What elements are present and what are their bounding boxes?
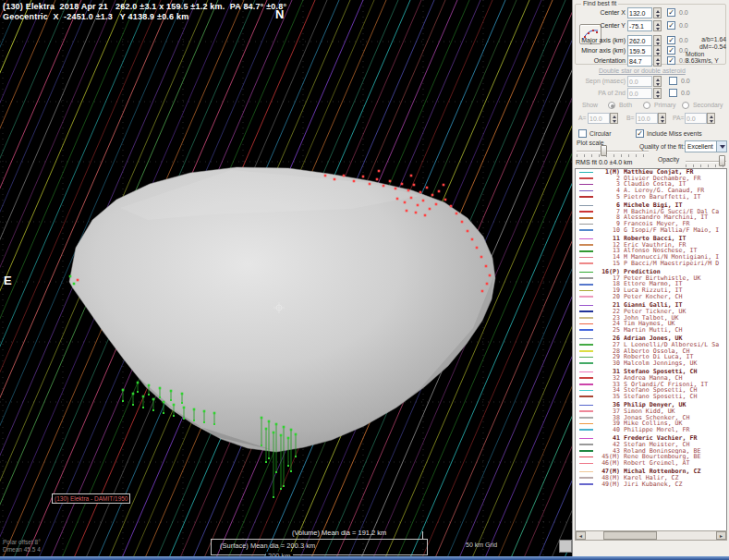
observer-row[interactable]: 17Peter Birtwhistle, UK bbox=[576, 275, 726, 282]
observer-row[interactable]: 16(P)Prediction bbox=[576, 269, 726, 275]
quality-dropdown[interactable]: Excellent bbox=[685, 140, 727, 152]
plot-scale-slider[interactable] bbox=[577, 151, 649, 152]
observer-row[interactable]: 32Andrea Manna, CH bbox=[576, 375, 726, 382]
observer-row[interactable]: 7M Bachini/G Succi/E Dal Ca bbox=[576, 209, 726, 215]
pa2-spinner[interactable] bbox=[653, 88, 662, 99]
observer-row[interactable]: 40Philippe Morel, FR bbox=[576, 427, 726, 433]
observer-row[interactable]: 8Alessandro Marchini, IT bbox=[576, 214, 726, 221]
observer-row[interactable]: 36Philip Denyer, UK bbox=[576, 402, 726, 408]
resize-grip[interactable] bbox=[559, 540, 572, 553]
observer-row[interactable]: 43Roland Boninsegna, BE bbox=[576, 448, 726, 455]
pa2-checkbox[interactable] bbox=[669, 89, 677, 97]
dm-readout: dM=-0.54 bbox=[686, 43, 726, 50]
observer-row[interactable]: 23John Talbot, UK bbox=[576, 315, 726, 322]
b-input[interactable] bbox=[636, 113, 658, 124]
observer-row[interactable]: 37Simon Kidd, UK bbox=[576, 408, 726, 415]
observer-row[interactable]: 18Ettore Marmo, IT bbox=[576, 281, 726, 287]
observer-row[interactable]: 14M Mannucci/N Montigiani, I bbox=[576, 254, 726, 261]
observer-row[interactable]: 47(M)Michal Rottenborn, CZ bbox=[576, 469, 726, 475]
shape-model-label[interactable]: (130) Elektra - DAMIT/1950 bbox=[52, 493, 130, 504]
observer-row[interactable]: 21Gianni Galli, IT bbox=[576, 302, 726, 309]
center-x-input[interactable] bbox=[627, 7, 652, 18]
chord-color-swatch bbox=[579, 211, 593, 213]
b-spinner[interactable] bbox=[658, 113, 666, 124]
observer-row[interactable]: 20Peter Kocher, CH bbox=[576, 294, 726, 300]
orientation-spinner[interactable] bbox=[653, 55, 662, 67]
window-bottom-edge bbox=[0, 556, 729, 560]
observer-row[interactable]: 35Stefano Sposetti, CH bbox=[576, 394, 726, 400]
observer-row[interactable]: 29Roberto Di Luca, IT bbox=[576, 354, 726, 360]
observer-row[interactable]: 48(M)Karel Halir, CZ bbox=[576, 475, 726, 481]
observer-row[interactable]: 30Malcolm Jennings, UK bbox=[576, 360, 726, 367]
double-star-link[interactable]: Double star or double asteroid bbox=[599, 67, 686, 74]
center-x-fit-checkbox[interactable] bbox=[667, 8, 675, 17]
scrollbar-thumb[interactable] bbox=[603, 531, 657, 540]
pa-input[interactable] bbox=[685, 113, 707, 124]
chevron-down-icon[interactable] bbox=[716, 141, 726, 152]
observer-list-scrollbar[interactable]: ◄ ► bbox=[575, 530, 727, 541]
chord-color-swatch bbox=[579, 323, 593, 325]
observer-row[interactable]: 33S Orlandi/C Frisoni, IT bbox=[576, 382, 726, 388]
observer-row[interactable]: 28Alberto Ossola, CH bbox=[576, 348, 726, 355]
show-label: Show bbox=[582, 102, 598, 108]
include-miss-checkbox[interactable] bbox=[636, 129, 644, 138]
orientation-fit-checkbox[interactable] bbox=[667, 56, 675, 65]
observer-row[interactable]: 15P Bacci/M Maestripeiri/M D bbox=[576, 261, 726, 267]
plot-title-line2: Geocentric X -2451.0 ±1.3 Y 4138.9 ±0.6 … bbox=[3, 12, 188, 21]
observer-row[interactable]: 25Martin Mutti, CH bbox=[576, 327, 726, 334]
observer-row[interactable]: 42Stefan Meister, CH bbox=[576, 442, 726, 448]
observer-row[interactable]: 34Stefano Sposetti, CH bbox=[576, 387, 726, 394]
center-y-fit-checkbox[interactable] bbox=[667, 21, 675, 30]
center-y-input[interactable] bbox=[627, 20, 652, 31]
sepn-checkbox[interactable] bbox=[669, 77, 677, 85]
observer-row[interactable]: 3Claudio Costa, IT bbox=[576, 181, 726, 188]
sepn-spinner[interactable] bbox=[653, 76, 662, 87]
orientation-input[interactable] bbox=[627, 55, 652, 67]
observer-name: Roland Boninsegna, BE bbox=[624, 448, 726, 455]
major-axis-fit-checkbox[interactable] bbox=[667, 36, 675, 44]
observer-row[interactable]: 24Tim Haymes, UK bbox=[576, 321, 726, 327]
minor-axis-fit-checkbox[interactable] bbox=[667, 46, 675, 55]
observer-row[interactable]: 6Michele Bigi, IT bbox=[576, 202, 726, 209]
observer-row[interactable]: 13Alfonso Noschese, IT bbox=[576, 248, 726, 254]
observer-row[interactable]: 26Adrian Jones, UK bbox=[576, 335, 726, 342]
show-primary-radio[interactable] bbox=[643, 102, 650, 109]
scroll-right-arrow-icon[interactable]: ► bbox=[716, 531, 726, 540]
observer-row[interactable]: 39Mike Collins, UK bbox=[576, 420, 726, 427]
show-secondary-radio[interactable] bbox=[682, 102, 689, 109]
observer-row[interactable]: 11Roberto Bacci, IT bbox=[576, 236, 726, 242]
show-both-radio[interactable] bbox=[608, 102, 615, 109]
observer-name: Roberto Bacci, IT bbox=[624, 236, 726, 242]
observer-row[interactable]: 19Luca Rizzuti, IT bbox=[576, 287, 726, 294]
circular-checkbox[interactable] bbox=[578, 129, 587, 138]
center-x-spinner[interactable] bbox=[653, 7, 662, 18]
observer-row[interactable]: 2Olivier Dechambre, FR bbox=[576, 176, 726, 182]
observer-row[interactable]: 38Jonas Schenker, CH bbox=[576, 415, 726, 421]
pa2-input[interactable] bbox=[627, 88, 652, 99]
observer-row[interactable]: 9Francois Meyer, FR bbox=[576, 221, 726, 227]
group-title: Find best fit bbox=[581, 0, 618, 6]
observer-number: 25 bbox=[596, 327, 620, 334]
pa-spinner[interactable] bbox=[707, 113, 715, 124]
scroll-left-arrow-icon[interactable]: ◄ bbox=[576, 531, 586, 540]
chord-plot-canvas[interactable] bbox=[0, 0, 572, 556]
observer-row[interactable]: 46(M)Robert Greimel, AT bbox=[576, 460, 726, 467]
observer-row[interactable]: 45(M)Rene Bourtembourg, BE bbox=[576, 454, 726, 460]
observer-row[interactable]: 49(M)Jiri Kubanek, CZ bbox=[576, 481, 726, 488]
observer-row[interactable]: 27L Leonelli/D Alboresi/L Sa bbox=[576, 342, 726, 348]
observer-row[interactable]: 1(M)Matthieu Conjat, FR bbox=[576, 169, 726, 176]
occultation-plot[interactable]: (130) Elektra 2018 Apr 21 262.0 ±3.1 x 1… bbox=[0, 0, 572, 556]
observer-row[interactable]: 4A. Leroy/G. Canaud, FR bbox=[576, 188, 726, 194]
chord-color-swatch bbox=[579, 250, 593, 252]
sepn-input[interactable] bbox=[627, 76, 652, 87]
observer-row[interactable]: 12Eric Vauthrin, FR bbox=[576, 242, 726, 249]
observer-row[interactable]: 5Pietro Baruffetti, IT bbox=[576, 194, 726, 201]
a-spinner[interactable] bbox=[610, 113, 618, 124]
observer-list[interactable]: 1(M)Matthieu Conjat, FR2Olivier Dechambr… bbox=[575, 168, 727, 530]
center-y-spinner[interactable] bbox=[653, 20, 662, 31]
observer-row[interactable]: 22Peter Tickner, UK bbox=[576, 309, 726, 315]
observer-row[interactable]: 10G Isopi/F Mallia/F Maio, I bbox=[576, 227, 726, 234]
observer-row[interactable]: 31Stefano Sposetti, CH bbox=[576, 369, 726, 375]
observer-row[interactable]: 41Frederic Vachier, FR bbox=[576, 435, 726, 442]
a-input[interactable] bbox=[588, 113, 610, 124]
